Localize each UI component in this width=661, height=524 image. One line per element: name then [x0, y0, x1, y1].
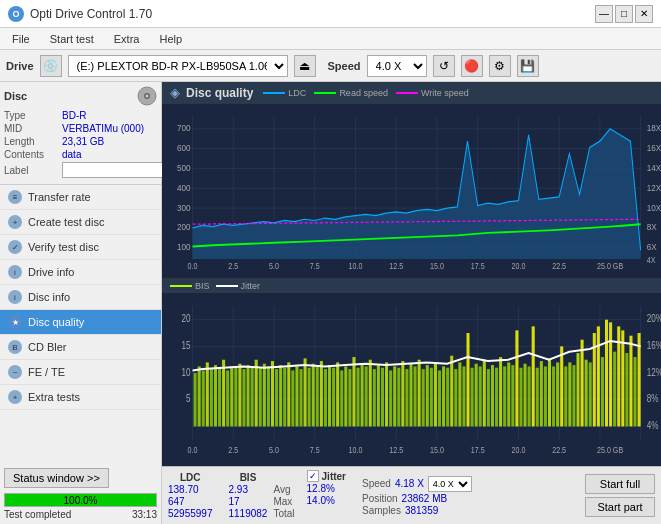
svg-text:8%: 8%	[647, 392, 659, 404]
main-content: ◈ Disc quality LDC Read speed Write spee…	[162, 82, 661, 524]
chart2-legend-bar: BIS Jitter	[162, 278, 661, 293]
chart1-svg: 700 600 500 400 300 200 100 18X 16X 14X …	[162, 104, 661, 278]
svg-rect-176	[552, 366, 555, 426]
svg-rect-111	[287, 362, 290, 426]
title-controls[interactable]: — □ ✕	[595, 5, 653, 23]
disc-mid-row: MID VERBATIMu (000)	[4, 123, 157, 134]
chart-legend: LDC Read speed Write speed	[263, 88, 468, 98]
svg-rect-131	[369, 359, 372, 426]
refresh-button[interactable]: ↺	[433, 55, 455, 77]
legend-write-speed: Write speed	[396, 88, 469, 98]
max-ldc: 647	[168, 496, 213, 507]
menu-help[interactable]: Help	[151, 31, 190, 47]
close-button[interactable]: ✕	[635, 5, 653, 23]
svg-rect-195	[629, 335, 632, 426]
svg-rect-142	[414, 366, 417, 426]
svg-rect-135	[385, 362, 388, 426]
svg-rect-100	[242, 369, 245, 426]
sidebar-item-create-test-disc[interactable]: + Create test disc	[0, 210, 161, 235]
svg-rect-182	[576, 353, 579, 426]
save-button[interactable]: 💾	[517, 55, 539, 77]
eject-button[interactable]: ⏏	[294, 55, 316, 77]
sidebar-item-verify-test-disc[interactable]: ✓ Verify test disc	[0, 235, 161, 260]
max-jitter: 14.0%	[307, 495, 346, 506]
start-full-button[interactable]: Start full	[585, 474, 655, 494]
jitter-checkbox[interactable]: ✓	[307, 470, 319, 482]
svg-rect-153	[458, 362, 461, 426]
sidebar-item-transfer-rate[interactable]: ≡ Transfer rate	[0, 185, 161, 210]
svg-rect-137	[393, 366, 396, 426]
svg-rect-185	[589, 362, 592, 426]
extra-tests-label: Extra tests	[28, 391, 80, 403]
svg-rect-194	[625, 353, 628, 426]
svg-text:8X: 8X	[647, 222, 657, 233]
samples-value: 381359	[405, 505, 438, 516]
svg-text:0.0: 0.0	[188, 444, 198, 455]
sidebar-item-disc-quality[interactable]: ★ Disc quality	[0, 310, 161, 335]
avg-label: Avg	[273, 484, 294, 495]
contents-label: Contents	[4, 149, 62, 160]
chart-title-bar: ◈ Disc quality LDC Read speed Write spee…	[162, 82, 661, 104]
svg-rect-154	[462, 366, 465, 426]
svg-rect-92	[210, 369, 213, 426]
cd-bler-icon: B	[8, 340, 22, 354]
svg-rect-196	[634, 357, 637, 426]
maximize-button[interactable]: □	[615, 5, 633, 23]
svg-text:14X: 14X	[647, 162, 661, 173]
svg-rect-174	[544, 366, 547, 426]
minimize-button[interactable]: —	[595, 5, 613, 23]
speed-stat-select[interactable]: 4.0 X	[428, 476, 472, 492]
svg-rect-128	[357, 367, 360, 426]
options-button[interactable]: ⚙	[489, 55, 511, 77]
menu-file[interactable]: File	[4, 31, 38, 47]
svg-text:25.0 GB: 25.0 GB	[597, 444, 624, 455]
svg-text:7.5: 7.5	[310, 261, 320, 271]
create-test-disc-icon: +	[8, 215, 22, 229]
disc-quality-icon: ★	[8, 315, 22, 329]
sidebar-item-cd-bler[interactable]: B CD Bler	[0, 335, 161, 360]
sidebar-item-drive-info[interactable]: i Drive info	[0, 260, 161, 285]
burn-button[interactable]: 🔴	[461, 55, 483, 77]
drive-icon[interactable]: 💿	[40, 55, 62, 77]
svg-rect-115	[304, 358, 307, 426]
svg-text:600: 600	[177, 142, 191, 153]
menu-start-test[interactable]: Start test	[42, 31, 102, 47]
jitter-check-row: ✓ Jitter	[307, 470, 346, 482]
svg-text:22.5: 22.5	[552, 444, 566, 455]
svg-rect-170	[528, 366, 531, 426]
svg-rect-99	[238, 363, 241, 426]
disc-quality-label: Disc quality	[28, 316, 84, 328]
chart2-area: 20 15 10 5 20% 16% 12% 8% 4% 0.0 2.5 5.0…	[162, 293, 661, 467]
svg-text:400: 400	[177, 182, 191, 193]
svg-text:22.5: 22.5	[552, 261, 566, 271]
chart-title: Disc quality	[186, 86, 253, 100]
status-window-button[interactable]: Status window >>	[4, 468, 109, 488]
svg-rect-152	[454, 369, 457, 426]
progress-bar: 100.0%	[4, 493, 157, 507]
menu-extra[interactable]: Extra	[106, 31, 148, 47]
sidebar-item-fe-te[interactable]: ~ FE / TE	[0, 360, 161, 385]
svg-rect-122	[332, 367, 335, 426]
svg-text:700: 700	[177, 123, 191, 134]
write-speed-label: Write speed	[421, 88, 469, 98]
svg-text:20%: 20%	[647, 312, 661, 324]
drive-select[interactable]: (E:) PLEXTOR BD-R PX-LB950SA 1.06	[68, 55, 288, 77]
svg-rect-112	[291, 370, 294, 426]
svg-text:100: 100	[177, 241, 191, 252]
start-part-button[interactable]: Start part	[585, 497, 655, 517]
progress-area: 100.0% Test completed 33:13	[0, 491, 161, 524]
svg-rect-172	[536, 367, 539, 426]
avg-ldc: 138.70	[168, 484, 213, 495]
svg-text:5: 5	[186, 392, 191, 404]
svg-rect-103	[255, 359, 258, 426]
stats-bis-col: BIS 2.93 17 1119082	[229, 472, 268, 519]
svg-rect-175	[548, 358, 551, 426]
speed-select[interactable]: 4.0 X	[367, 55, 427, 77]
sidebar-item-disc-info[interactable]: i Disc info	[0, 285, 161, 310]
chart2-svg: 20 15 10 5 20% 16% 12% 8% 4% 0.0 2.5 5.0…	[162, 293, 661, 467]
svg-text:15.0: 15.0	[430, 261, 444, 271]
svg-rect-133	[377, 365, 380, 426]
sidebar-item-extra-tests[interactable]: + Extra tests	[0, 385, 161, 410]
svg-text:15: 15	[181, 338, 190, 350]
stats-columns: LDC 138.70 647 52955997 BIS 2.93 17 1119…	[168, 472, 295, 519]
